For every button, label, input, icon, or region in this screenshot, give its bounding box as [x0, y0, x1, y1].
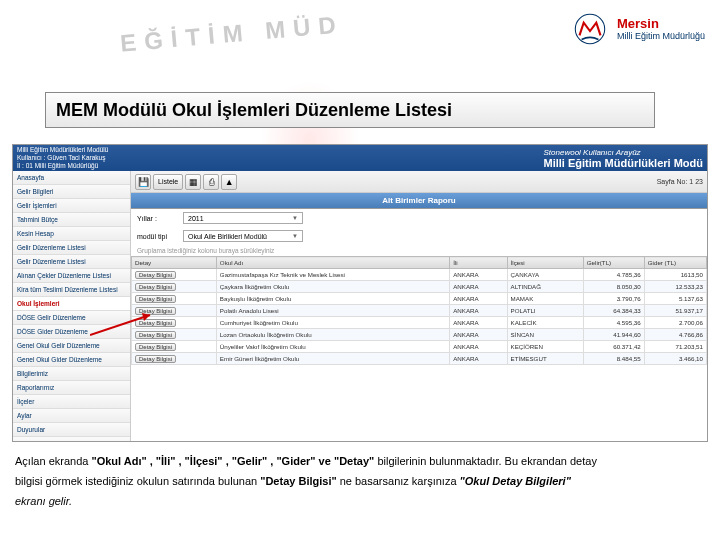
sidebar-item[interactable]: Tahmini Bütçe	[13, 213, 130, 227]
detail-button[interactable]: Detay Bilgisi	[135, 343, 176, 351]
table-row: Detay BilgisiEmir Güneri İlköğretim Okul…	[132, 353, 707, 365]
page-number: Sayfa No: 1 23	[657, 178, 703, 185]
sidebar-item[interactable]: Kira tüm Teslimi Düzenleme Listesi	[13, 283, 130, 297]
cell: 1613,50	[644, 269, 706, 281]
sidebar-item[interactable]: Anasayfa	[13, 171, 130, 185]
description-text: Açılan ekranda "Okul Adı" , "İli" , "İlç…	[15, 452, 705, 511]
year-label: Yıllar :	[137, 215, 177, 222]
cell: KEÇİÖREN	[507, 341, 583, 353]
chevron-down-icon: ▼	[292, 233, 298, 239]
cell: 8.484,55	[583, 353, 644, 365]
sidebar-item[interactable]: Bilgilerimiz	[13, 367, 130, 381]
cell: 51.937,17	[644, 305, 706, 317]
cell: ANKARA	[450, 305, 507, 317]
table-row: Detay BilgisiBaykuşlu İlköğretim OkuluAN…	[132, 293, 707, 305]
page-title: MEM Modülü Okul İşlemleri Düzenleme List…	[45, 92, 655, 128]
cell: 64.384,33	[583, 305, 644, 317]
sidebar-item[interactable]: Alınan Çekler Düzenleme Listesi	[13, 269, 130, 283]
cell: Ünyeliler Vakıf İlköğretim Okulu	[216, 341, 449, 353]
cell: 3.790,76	[583, 293, 644, 305]
sidebar-item[interactable]: Gelir İşlemleri	[13, 199, 130, 213]
sidebar-item[interactable]: Genel Okul Gelir Düzenleme	[13, 339, 130, 353]
column-header[interactable]: Okul Adı	[216, 257, 449, 269]
cell: POLATLI	[507, 305, 583, 317]
cell: Baykuşlu İlköğretim Okulu	[216, 293, 449, 305]
header-module: Milli Eğitim Müdürlükleri Modülü	[17, 146, 108, 154]
cell: ETİMESGUT	[507, 353, 583, 365]
detail-button[interactable]: Detay Bilgisi	[135, 307, 176, 315]
logo-city: Mersin	[617, 16, 705, 32]
table-row: Detay BilgisiCumhuriyet İlköğretim Okulu…	[132, 317, 707, 329]
table-row: Detay BilgisiLozan Ortaokulu İlköğretim …	[132, 329, 707, 341]
cell: ANKARA	[450, 281, 507, 293]
header-right-small: Stonewool Kullanıcı Arayüz	[544, 148, 704, 157]
sidebar-item[interactable]: Gelir Düzenleme Listesi	[13, 241, 130, 255]
header-user: Kullanıcı : Güven Taci Karakuş	[17, 154, 108, 162]
header-il: İl : 01 Milli Eğitim Müdürlüğü	[17, 162, 108, 170]
cell: ANKARA	[450, 353, 507, 365]
cell: ANKARA	[450, 341, 507, 353]
sidebar: AnasayfaGelir BilgileriGelir İşlemleriTa…	[13, 171, 131, 441]
detail-button[interactable]: Detay Bilgisi	[135, 271, 176, 279]
export-icon[interactable]: ▦	[185, 174, 201, 190]
sidebar-item[interactable]: Okul İşlemleri	[13, 297, 130, 311]
toolbar: 💾 Listele ▦ ⎙ ▲ Sayfa No: 1 23	[131, 171, 707, 193]
sidebar-item[interactable]: Gelir Düzenleme Listesi	[13, 255, 130, 269]
detail-button[interactable]: Detay Bilgisi	[135, 355, 176, 363]
cell: Emir Güneri İlköğretim Okulu	[216, 353, 449, 365]
logo-dept: Milli Eğitim Müdürlüğü	[617, 31, 705, 42]
sidebar-item[interactable]: Kesin Hesap	[13, 227, 130, 241]
watermark-text: EĞİTİM MÜD	[119, 10, 345, 57]
sidebar-item[interactable]: Gelir Bilgileri	[13, 185, 130, 199]
detail-button[interactable]: Detay Bilgisi	[135, 295, 176, 303]
cell: 5.137,63	[644, 293, 706, 305]
list-button[interactable]: Listele	[153, 174, 183, 190]
logo-icon	[569, 8, 611, 50]
table-row: Detay BilgisiPolatlı Anadolu LisesiANKAR…	[132, 305, 707, 317]
detail-button[interactable]: Detay Bilgisi	[135, 331, 176, 339]
cell: ANKARA	[450, 293, 507, 305]
cell: KALECİK	[507, 317, 583, 329]
year-select[interactable]: 2011▼	[183, 212, 303, 224]
column-header[interactable]: İli	[450, 257, 507, 269]
cell: Cumhuriyet İlköğretim Okulu	[216, 317, 449, 329]
cell: Gazimustafapaşa Kız Teknik ve Meslek Lis…	[216, 269, 449, 281]
type-select[interactable]: Okul Aile Birlikleri Modülü▼	[183, 230, 303, 242]
chart-icon[interactable]: ▲	[221, 174, 237, 190]
column-header[interactable]: Detay	[132, 257, 217, 269]
detail-button[interactable]: Detay Bilgisi	[135, 283, 176, 291]
cell: 71.203,51	[644, 341, 706, 353]
grid-group-hint: Gruplama istediğiniz kolonu buraya sürük…	[131, 245, 707, 256]
data-grid: DetayOkul AdıİliİlçesiGelir(TL)Gider (TL…	[131, 256, 707, 365]
sidebar-item[interactable]: İlçeler	[13, 395, 130, 409]
sidebar-item[interactable]: DÖSE Gider Düzenleme	[13, 325, 130, 339]
sidebar-item[interactable]: Yardım	[13, 437, 130, 441]
column-header[interactable]: İlçesi	[507, 257, 583, 269]
cell: ANKARA	[450, 329, 507, 341]
print-icon[interactable]: ⎙	[203, 174, 219, 190]
cell: 4.785,36	[583, 269, 644, 281]
save-icon[interactable]: 💾	[135, 174, 151, 190]
table-row: Detay BilgisiGazimustafapaşa Kız Teknik …	[132, 269, 707, 281]
column-header[interactable]: Gider (TL)	[644, 257, 706, 269]
detail-button[interactable]: Detay Bilgisi	[135, 319, 176, 327]
sidebar-item[interactable]: Aylar	[13, 409, 130, 423]
sidebar-item[interactable]: Genel Okul Gider Düzenleme	[13, 353, 130, 367]
cell: Çaykara İlköğretim Okulu	[216, 281, 449, 293]
sidebar-item[interactable]: Duyurular	[13, 423, 130, 437]
app-window: Milli Eğitim Müdürlükleri Modülü Kullanı…	[12, 144, 708, 442]
table-row: Detay BilgisiÇaykara İlköğretim OkuluANK…	[132, 281, 707, 293]
sidebar-item[interactable]: Raporlarımız	[13, 381, 130, 395]
svg-point-0	[575, 14, 604, 43]
app-header: Milli Eğitim Müdürlükleri Modülü Kullanı…	[13, 145, 707, 171]
cell: ALTINDAĞ	[507, 281, 583, 293]
sidebar-item[interactable]: DÖSE Gelir Düzenleme	[13, 311, 130, 325]
cell: 4.595,36	[583, 317, 644, 329]
header-right-big: Milli Eğitim Müdürlükleri Modü	[544, 157, 704, 169]
cell: 2.700,06	[644, 317, 706, 329]
cell: ANKARA	[450, 317, 507, 329]
column-header[interactable]: Gelir(TL)	[583, 257, 644, 269]
cell: 12.533,23	[644, 281, 706, 293]
cell: 3.466,10	[644, 353, 706, 365]
cell: Lozan Ortaokulu İlköğretim Okulu	[216, 329, 449, 341]
